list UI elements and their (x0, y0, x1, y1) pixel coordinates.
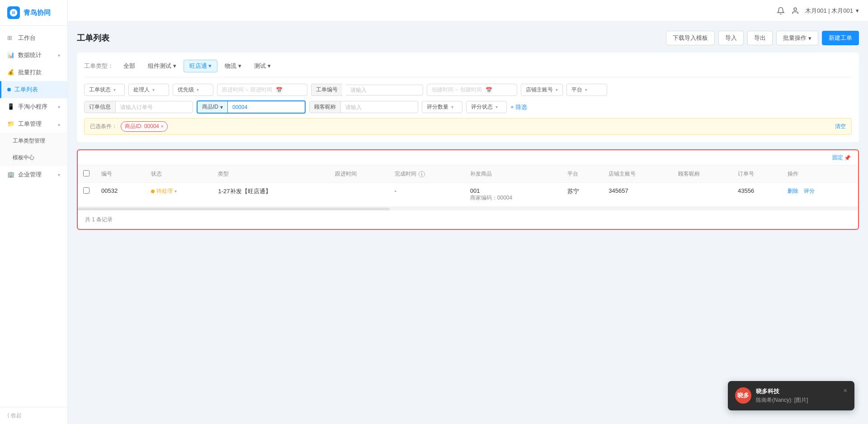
col-actions: 操作 (782, 166, 858, 183)
export-button[interactable]: 导出 (747, 31, 773, 45)
row-supplement-cell: 001 商家编码：00004 (465, 183, 562, 207)
download-template-button[interactable]: 下载导入模板 (666, 31, 715, 45)
create-end-placeholder: 创建时间 (460, 86, 482, 94)
notification-icon[interactable] (776, 6, 785, 15)
order-status-label: 工单状态 (89, 86, 111, 94)
sidebar-item-mini-program[interactable]: 📱 手淘小程序 ▾ (0, 98, 67, 115)
col-complete-time: 完成时间 ℹ (389, 166, 465, 183)
import-button[interactable]: 导入 (718, 31, 744, 45)
sidebar-item-order-mgmt[interactable]: 📁 工单管理 ▴ (0, 115, 67, 133)
product-id-label[interactable]: 商品ID ▾ (198, 101, 228, 113)
rating-status-select[interactable]: 评分状态 ▾ (466, 101, 507, 113)
tab-component-test[interactable]: 组件测试 ▾ (142, 60, 182, 72)
page-actions: 下载导入模板 导入 导出 批量操作 ▾ 新建工单 (666, 31, 859, 45)
batch-ops-arrow: ▾ (808, 35, 811, 42)
row-supplement-line1: 001 (470, 187, 557, 194)
sidebar-label-template-center: 模板中心 (13, 154, 60, 162)
page-title: 工单列表 (77, 33, 109, 43)
sidebar-item-batch-order[interactable]: 💰 批量打款 (0, 64, 67, 81)
more-filter-link[interactable]: + 筛选 (510, 103, 527, 111)
customer-name-input[interactable] (341, 102, 418, 112)
date-range-tilde: ~ (245, 87, 249, 93)
row-checkbox[interactable] (83, 187, 90, 194)
table-row: 00532 待处理 ▾ 1-27补发【旺店通】 (78, 183, 858, 207)
sidebar-collapse-label: 收起 (11, 412, 22, 419)
shop-account-select[interactable]: 店铺主账号 ▾ (521, 84, 563, 96)
row-no-cell: 00532 (96, 183, 146, 207)
priority-select[interactable]: 优先级 ▾ (173, 84, 213, 96)
row-shop-account-cell: 345657 (603, 183, 673, 207)
new-order-button[interactable]: 新建工单 (822, 31, 859, 45)
tab-wangdiantong[interactable]: 旺店通 ▾ (184, 60, 218, 72)
order-status-select[interactable]: 工单状态 ▾ (84, 84, 125, 96)
order-no-input[interactable] (346, 85, 423, 95)
logo-area: 青鸟协同 (0, 0, 67, 26)
priority-label: 优先级 (178, 86, 194, 94)
toast-close-btn[interactable]: × (844, 387, 847, 394)
clear-all-filters-btn[interactable]: 清空 (835, 123, 846, 130)
status-dropdown-arrow[interactable]: ▾ (175, 189, 177, 194)
row-actions-cell: 删除 评分 (782, 183, 858, 207)
select-all-checkbox[interactable] (83, 170, 90, 176)
tab-logistics[interactable]: 物流 ▾ (219, 60, 247, 72)
topbar-user[interactable]: 木月001 | 木月001 ▾ (805, 7, 859, 15)
rating-score-select[interactable]: 评分数量 ▾ (422, 101, 462, 113)
sidebar-label-order-mgmt: 工单管理 (18, 120, 54, 128)
toast-body: 晓多科技 陈南希(Nancy): [图片] (756, 387, 839, 404)
delete-action-link[interactable]: 删除 (788, 188, 798, 194)
product-id-input[interactable] (228, 102, 305, 112)
handler-select[interactable]: 处理人 ▾ (128, 84, 169, 96)
user-icon[interactable] (791, 6, 800, 15)
sidebar: 青鸟协同 ⊞ 工作台 📊 数据统计 ▾ 💰 批量打款 工单列表 📱 手淘小程序 … (0, 0, 68, 424)
building-icon: 🏢 (7, 171, 14, 178)
batch-ops-button[interactable]: 批量操作 ▾ (776, 31, 818, 45)
row-type-cell: 1-27补发【旺店通】 (212, 183, 329, 207)
platform-select[interactable]: 平台 ▾ (566, 84, 607, 96)
complete-time-info-icon[interactable]: ℹ (419, 171, 425, 177)
tab-all[interactable]: 全部 (118, 60, 141, 72)
table-scrollbar[interactable] (78, 207, 858, 210)
row-complete-time-cell: - (389, 183, 465, 207)
date-tilde: ~ (455, 87, 458, 93)
row-platform: 苏宁 (567, 188, 579, 195)
sidebar-label-data-stats: 数据统计 (18, 51, 54, 59)
sidebar-item-order-type-mgmt[interactable]: 工单类型管理 (0, 133, 67, 149)
col-platform: 平台 (562, 166, 604, 183)
tab-test[interactable]: 测试 ▾ (249, 60, 276, 72)
sidebar-item-workbench[interactable]: ⊞ 工作台 (0, 29, 67, 47)
status-badge: 待处理 ▾ (151, 187, 177, 195)
shop-account-label: 店铺主账号 (526, 86, 553, 94)
col-checkbox (78, 166, 96, 183)
platform-arrow: ▾ (585, 87, 587, 92)
topbar-arrow: ▾ (856, 7, 859, 14)
order-info-label: 订单信息 (85, 101, 116, 113)
sidebar-item-order-list[interactable]: 工单列表 (0, 81, 67, 98)
row-no: 00532 (101, 187, 118, 194)
main-area: 木月001 | 木月001 ▾ 工单列表 下载导入模板 导入 导出 批量操作 ▾… (68, 0, 868, 424)
sidebar-item-enterprise-mgmt[interactable]: 🏢 企业管理 ▾ (0, 166, 67, 183)
toast-avatar: 晓多 (735, 387, 751, 404)
rating-status-label: 评分状态 (471, 103, 493, 111)
row-customer-cell (673, 183, 732, 207)
fixed-columns-btn[interactable]: 固定 📌 (832, 154, 851, 162)
chevron-down-icon: ▾ (58, 53, 60, 58)
active-filter-tag-close[interactable]: × (161, 124, 164, 129)
order-info-input[interactable] (116, 102, 193, 112)
sidebar-collapse-btn[interactable]: ⟨ 收起 (0, 407, 67, 424)
page-header: 工单列表 下载导入模板 导入 导出 批量操作 ▾ 新建工单 (77, 31, 859, 45)
sidebar-item-template-center[interactable]: 模板中心 (0, 149, 67, 166)
filter-row-2: 订单信息 商品ID ▾ 顾客昵称 评分数量 ▾ (84, 100, 852, 114)
shop-account-arrow: ▾ (556, 87, 558, 92)
create-time-range[interactable]: 创建时间 ~ 创建时间 📅 (427, 84, 517, 96)
follow-time-range[interactable]: 跟进时间 ~ 跟进时间 📅 (217, 84, 307, 96)
toast-title: 晓多科技 (756, 387, 839, 395)
row-status-cell: 待处理 ▾ (146, 183, 212, 207)
order-no-text: 工单编号 (316, 86, 338, 94)
table-body: 00532 待处理 ▾ 1-27补发【旺店通】 (78, 183, 858, 207)
sidebar-item-data-stats[interactable]: 📊 数据统计 ▾ (0, 47, 67, 64)
row-checkbox-cell (78, 183, 96, 207)
filter-row-1: 工单状态 ▾ 处理人 ▾ 优先级 ▾ 跟进时间 ~ 跟进时间 📅 (84, 84, 852, 96)
rating-action-link[interactable]: 评分 (804, 188, 815, 194)
table-section: 固定 📌 编号 状态 类型 跟进时间 完成时间 (77, 149, 859, 230)
sidebar-sub-order-mgmt: 工单类型管理 模板中心 (0, 133, 67, 166)
